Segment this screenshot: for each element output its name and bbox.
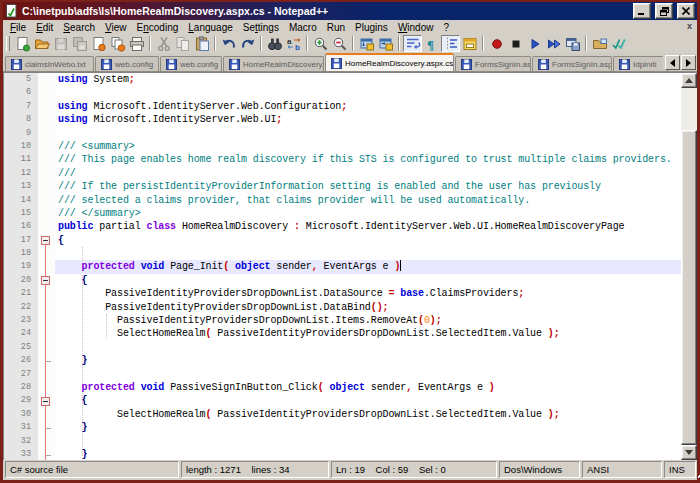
scroll-up-icon[interactable]: [681, 73, 697, 88]
line-number: 11: [4, 153, 31, 166]
macro-stop-icon[interactable]: [506, 35, 525, 52]
open-file-icon[interactable]: [32, 35, 51, 52]
tab-idpiniti[interactable]: IdpIniti: [613, 56, 668, 71]
scroll-down-icon[interactable]: [681, 445, 697, 460]
menu-item-view[interactable]: View: [100, 21, 132, 34]
fold-collapse-box[interactable]: [41, 397, 50, 406]
print-icon[interactable]: [127, 35, 146, 52]
tab-claimsinwebo-txt[interactable]: claimsInWebo.txt: [5, 56, 94, 71]
saved-file-floppy-icon: [11, 59, 22, 70]
save-icon[interactable]: [51, 35, 70, 52]
sync-scroll-h-icon[interactable]: [376, 35, 395, 52]
paste-icon[interactable]: [192, 35, 211, 52]
fold-collapse-box[interactable]: [41, 236, 50, 245]
line-number: 7: [4, 100, 31, 113]
copy-icon[interactable]: [173, 35, 192, 52]
menu-item-plugins[interactable]: Plugins: [350, 21, 393, 34]
close-button[interactable]: [677, 3, 695, 19]
tab-scroll-right-icon[interactable]: [681, 55, 696, 70]
code-line-24: SelectHomeRealm( PassiveIdentityProvider…: [55, 327, 681, 340]
user-defined-dialog-icon[interactable]: [460, 35, 479, 52]
tab-label: HomeRealmDiscovery.aspx.cs: [345, 59, 453, 68]
titlebar[interactable]: C:\inetpub\adfs\ls\HomeRealmDiscovery.as…: [3, 2, 697, 20]
menu-item-run[interactable]: Run: [322, 21, 350, 34]
new-file-icon[interactable]: [13, 35, 32, 52]
scrollbar-thumb[interactable]: [681, 130, 697, 445]
menu-item-language[interactable]: Language: [183, 21, 238, 34]
tab-web-config[interactable]: web.config: [95, 56, 159, 71]
cut-icon[interactable]: [154, 35, 173, 52]
line-number: 18: [4, 247, 31, 260]
tab-scroll-buttons: [663, 55, 696, 70]
menu-item-macro[interactable]: Macro: [284, 21, 322, 34]
macro-save-icon[interactable]: [563, 35, 582, 52]
undo-icon[interactable]: [219, 35, 238, 52]
sync-scroll-v-icon[interactable]: [357, 35, 376, 52]
editor-area: 5678910111213141516171819202122232425262…: [3, 72, 697, 460]
line-number: 20: [4, 274, 31, 287]
line-number: 15: [4, 207, 31, 220]
macro-play-icon[interactable]: [525, 35, 544, 52]
tab-homerealmdiscovery-aspx[interactable]: HomeRealmDiscovery.aspx: [223, 56, 324, 71]
plugin-check-icon[interactable]: [609, 35, 628, 52]
code-text-area[interactable]: using System;using Microsoft.IdentitySer…: [55, 73, 681, 460]
menu-item-[interactable]: ?: [438, 21, 454, 34]
toolbar-separator: [260, 36, 262, 51]
status-doc-type: C# source file: [5, 461, 179, 478]
plugin-folder-icon[interactable]: [590, 35, 609, 52]
status-bar: C# source file length : 1271 lines : 34 …: [3, 460, 697, 480]
find-icon[interactable]: [265, 35, 284, 52]
status-eol-format: Dos\Windows: [499, 461, 580, 478]
code-line-25: [55, 341, 681, 354]
tab-web-config[interactable]: web.config: [160, 56, 222, 71]
show-all-chars-icon[interactable]: ¶: [422, 35, 441, 52]
replace-icon[interactable]: ab: [284, 35, 303, 52]
toolbar: ab¶: [3, 34, 697, 53]
tab-bar: claimsInWebo.txtweb.configweb.configHome…: [3, 53, 697, 72]
code-line-17: {: [55, 234, 681, 247]
fold-margin: [38, 73, 55, 460]
code-line-16: public partial class HomeRealmDiscovery …: [55, 220, 681, 233]
close-all-icon[interactable]: [108, 35, 127, 52]
status-encoding: ANSI: [582, 461, 662, 478]
zoom-out-icon[interactable]: [330, 35, 349, 52]
line-number: 5: [4, 73, 31, 86]
tab-formssignin-aspx-cs[interactable]: FormsSignIn.aspx.cs: [532, 56, 612, 71]
code-line-32: [55, 435, 681, 448]
toolbar-grip[interactable]: [6, 36, 10, 51]
macro-run-multiple-icon[interactable]: [544, 35, 563, 52]
tab-homerealmdiscovery-aspx-cs[interactable]: HomeRealmDiscovery.aspx.cs: [325, 53, 454, 71]
line-number: 19: [4, 260, 31, 273]
zoom-in-icon[interactable]: [311, 35, 330, 52]
indent-guide-icon[interactable]: [441, 35, 460, 52]
line-number: 30: [4, 408, 31, 421]
menubar-close-icon[interactable]: x: [687, 21, 692, 31]
word-wrap-icon[interactable]: [403, 35, 422, 52]
close-icon[interactable]: [89, 35, 108, 52]
vertical-scrollbar[interactable]: [681, 73, 697, 460]
line-number: 9: [4, 127, 31, 140]
tab-scroll-left-icon[interactable]: [665, 55, 680, 70]
tab-label: web.config: [180, 60, 218, 69]
code-line-31: }: [55, 421, 681, 434]
line-number: 23: [4, 314, 31, 327]
code-line-28: protected void PassiveSignInButton_Click…: [55, 381, 681, 394]
tab-formssignin-aspx[interactable]: FormsSignIn.aspx: [455, 56, 531, 71]
menu-item-settings[interactable]: Settings: [238, 21, 284, 34]
macro-record-icon[interactable]: [487, 35, 506, 52]
menu-item-encoding[interactable]: Encoding: [132, 21, 184, 34]
line-number: 13: [4, 180, 31, 193]
minimize-button[interactable]: [633, 3, 651, 19]
code-line-5: using System;: [55, 73, 681, 86]
code-line-30: SelectHomeRealm( PassiveIdentityProvider…: [55, 408, 681, 421]
fold-collapse-box[interactable]: [41, 276, 50, 285]
restore-button[interactable]: [655, 3, 673, 19]
menu-item-edit[interactable]: Edit: [31, 21, 58, 34]
toolbar-separator: [306, 36, 308, 51]
line-number: 22: [4, 301, 31, 314]
menu-item-search[interactable]: Search: [58, 21, 100, 34]
redo-icon[interactable]: [238, 35, 257, 52]
menu-item-file[interactable]: File: [5, 21, 31, 34]
save-all-icon[interactable]: [70, 35, 89, 52]
menu-item-window[interactable]: Window: [393, 21, 439, 34]
